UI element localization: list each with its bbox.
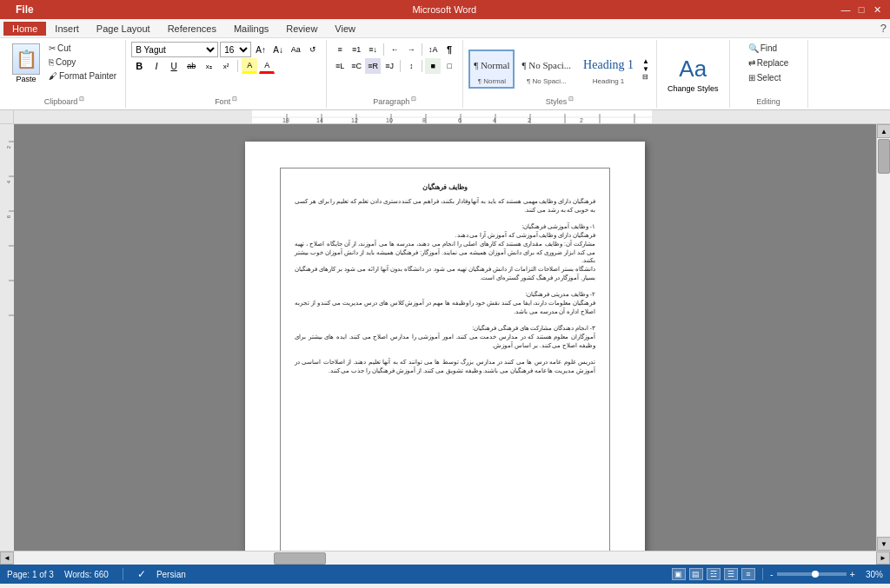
ruler-corner[interactable] (0, 110, 14, 123)
close-button[interactable]: ✕ (871, 3, 883, 16)
ruler-container: 18 14 12 10 8 6 4 2 2 (0, 110, 890, 124)
find-button[interactable]: 🔍 Find (745, 42, 780, 55)
svg-text:6: 6 (458, 117, 462, 123)
superscript-button[interactable]: x² (218, 58, 234, 74)
font-name-select[interactable]: B Yagut (131, 42, 218, 57)
strikethrough-button[interactable]: ab (183, 58, 199, 74)
svg-text:2: 2 (528, 117, 531, 123)
font-expand-icon[interactable]: ⊡ (232, 96, 237, 106)
increase-indent-button[interactable]: → (403, 42, 419, 57)
clipboard-extras: ✂ Cut ⎘ Copy 🖌 Format Painter (45, 42, 120, 83)
page-1: وظايف فرهنگيان فرهنگيان داراى وظايف مهمى… (245, 142, 645, 551)
decrease-indent-button[interactable]: ← (387, 42, 402, 57)
web-layout-button[interactable]: ☲ (707, 568, 721, 580)
zoom-in-button[interactable]: + (850, 569, 855, 579)
scroll-track[interactable] (877, 138, 890, 537)
justify-button[interactable]: ≡J (382, 58, 397, 74)
line-spacing-button[interactable]: ↕ (403, 58, 419, 74)
style-no-spacing[interactable]: ¶ No Spaci... ¶ No Spaci... (516, 50, 576, 89)
editing-group: 🔍 Find ⇄ Replace ⊞ Select Editing (730, 40, 808, 108)
page-1-content: وظايف فرهنگيان فرهنگيان داراى وظايف مهمى… (280, 168, 610, 551)
menu-view[interactable]: View (326, 22, 364, 36)
align-right-button[interactable]: ≡R (365, 58, 381, 74)
bullets-button[interactable]: ≡ (332, 42, 348, 57)
outline-view-button[interactable]: ☰ (724, 568, 738, 580)
underline-button[interactable]: U (166, 58, 182, 74)
format-painter-button[interactable]: 🖌 Format Painter (45, 69, 120, 83)
horizontal-scroll-track[interactable] (14, 552, 876, 565)
maximize-button[interactable]: □ (855, 3, 867, 16)
vertical-scrollbar[interactable]: ▲ ▼ (876, 124, 890, 551)
status-bar: Page: 1 of 3 Words: 660 ✓ Persian ▣ ▤ ☲ … (0, 565, 890, 584)
paste-icon: 📋 (12, 43, 40, 75)
window-controls: — □ ✕ (840, 3, 883, 16)
sort-button[interactable]: ↕A (425, 42, 441, 57)
style-nospacing-preview: ¶ No Spaci... (521, 53, 571, 77)
svg-text:8: 8 (422, 117, 426, 123)
scroll-right-button[interactable]: ► (876, 552, 890, 565)
zoom-out-button[interactable]: - (770, 569, 774, 579)
language-info[interactable]: Persian (156, 570, 186, 579)
subscript-button[interactable]: x₂ (201, 58, 216, 74)
align-left-button[interactable]: ≡L (332, 58, 348, 74)
paragraph-expand-icon[interactable]: ⊡ (411, 96, 416, 106)
change-case-button[interactable]: Aa (288, 42, 303, 57)
cut-button[interactable]: ✂ Cut (45, 42, 120, 55)
text-highlight-button[interactable]: A (242, 58, 257, 74)
font-color-button[interactable]: A (259, 58, 275, 74)
svg-text:12: 12 (351, 117, 358, 123)
clipboard-label: Clipboard (44, 96, 78, 106)
menu-review[interactable]: Review (277, 22, 326, 36)
svg-text:18: 18 (282, 117, 289, 123)
draft-view-button[interactable]: ≡ (741, 568, 755, 580)
svg-rect-0 (252, 110, 652, 123)
scroll-up-button[interactable]: ▲ (877, 124, 890, 138)
scroll-down-button[interactable]: ▼ (877, 537, 890, 551)
show-marks-button[interactable]: ¶ (442, 42, 457, 57)
style-normal[interactable]: ¶ Normal ¶ Normal (468, 50, 515, 89)
scroll-left-button[interactable]: ◄ (0, 552, 14, 565)
help-icon[interactable]: ? (880, 22, 887, 35)
full-reading-button[interactable]: ▤ (689, 568, 703, 580)
style-heading1-preview: Heading 1 (583, 53, 634, 77)
file-tab[interactable]: File (7, 2, 43, 17)
menu-mailings[interactable]: Mailings (225, 22, 277, 36)
style-heading1[interactable]: Heading 1 Heading 1 (578, 50, 639, 89)
numbering-button[interactable]: ≡1 (349, 42, 364, 57)
menu-home[interactable]: Home (3, 22, 46, 36)
clipboard-expand-icon[interactable]: ⊡ (79, 96, 84, 106)
shrink-font-button[interactable]: A↓ (270, 42, 286, 57)
styles-expand-icon[interactable]: ⊡ (568, 96, 574, 106)
window-title: Microsoft Word (50, 4, 840, 15)
print-layout-button[interactable]: ▣ (672, 568, 686, 580)
styles-scroll-arrow[interactable]: ▲ ▼ ⊟ (641, 57, 651, 81)
italic-button[interactable]: I (149, 58, 164, 74)
scroll-thumb[interactable] (878, 139, 890, 174)
font-size-select[interactable]: 16 (220, 42, 251, 57)
style-nospacing-label: ¶ No Spaci... (527, 77, 567, 85)
paste-label: Paste (16, 75, 36, 83)
change-styles-icon: Aa (679, 55, 707, 83)
menu-insert[interactable]: Insert (46, 22, 88, 36)
bold-button[interactable]: B (131, 58, 147, 74)
menu-page-layout[interactable]: Page Layout (88, 22, 159, 36)
zoom-level[interactable]: 30% (859, 570, 883, 579)
zoom-slider[interactable] (777, 572, 847, 576)
clear-formatting-button[interactable]: ↺ (305, 42, 321, 57)
multilevel-button[interactable]: ≡↓ (365, 42, 381, 57)
vertical-ruler: 2 4 6 (0, 124, 14, 551)
horizontal-scroll-thumb[interactable] (274, 552, 326, 565)
grow-font-button[interactable]: A↑ (253, 42, 269, 57)
minimize-button[interactable]: — (840, 3, 852, 16)
menu-references[interactable]: References (159, 22, 225, 36)
shading-button[interactable]: ■ (425, 58, 441, 74)
change-styles-button[interactable]: Aa Change Styles (662, 51, 724, 96)
borders-button[interactable]: □ (442, 58, 457, 74)
select-button[interactable]: ⊞ Select (745, 71, 785, 84)
replace-button[interactable]: ⇄ Replace (745, 56, 793, 69)
copy-button[interactable]: ⎘ Copy (45, 56, 120, 69)
align-center-button[interactable]: ≡C (349, 58, 364, 74)
document-scroll-area[interactable]: وظايف فرهنگيان فرهنگيان داراى وظايف مهمى… (14, 124, 876, 551)
spell-check-icon[interactable]: ✓ (137, 568, 146, 580)
paste-button[interactable]: 📋 Paste (9, 42, 43, 85)
